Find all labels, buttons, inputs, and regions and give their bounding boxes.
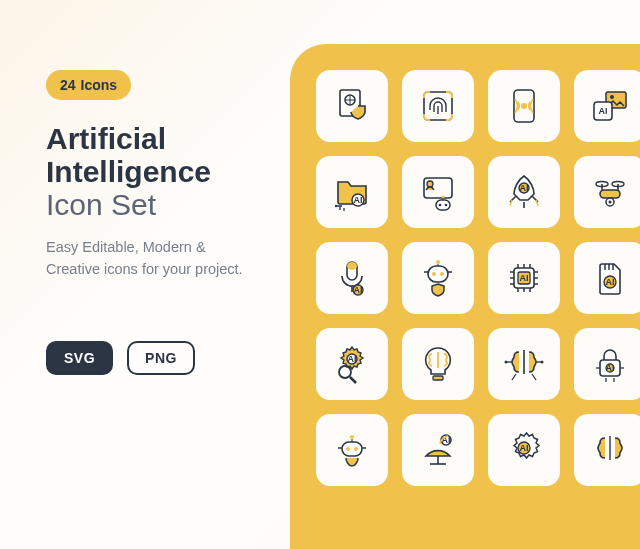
svg-text:AI: AI <box>520 443 529 453</box>
svg-rect-61 <box>433 376 443 380</box>
brain-connections-icon <box>488 328 560 400</box>
svg-point-16 <box>445 204 448 207</box>
svg-line-65 <box>532 374 536 380</box>
fingerprint-icon <box>402 70 474 142</box>
ai-gear-icon: AI <box>488 414 560 486</box>
format-png: PNG <box>127 341 195 375</box>
ai-chip-icon: AI <box>488 242 560 314</box>
ai-rocket-icon: AI <box>488 156 560 228</box>
svg-point-15 <box>439 204 442 207</box>
format-badges: SVG PNG <box>46 341 262 375</box>
svg-text:AI: AI <box>348 354 357 364</box>
svg-point-6 <box>610 95 614 99</box>
badge-count: 24 <box>60 77 76 93</box>
robot-shield-icon <box>402 242 474 314</box>
svg-point-35 <box>436 260 440 264</box>
svg-text:AI: AI <box>354 195 363 205</box>
svg-point-11 <box>335 205 337 207</box>
badge-label: Icons <box>81 77 118 93</box>
svg-text:AI: AI <box>606 363 615 373</box>
svg-point-4 <box>521 103 527 109</box>
title-line1: Artificial <box>46 122 166 155</box>
info-panel: 24 Icons Artificial Intelligence Icon Se… <box>0 0 290 549</box>
ai-satellite-icon: AI <box>402 414 474 486</box>
svg-text:AI: AI <box>354 285 363 295</box>
svg-line-60 <box>350 377 356 383</box>
icon-showcase: AI AI AI AI AI AI AI AI AI AI <box>290 44 640 549</box>
svg-point-13 <box>427 181 433 187</box>
document-shield-icon <box>316 70 388 142</box>
chatbot-avatar-icon <box>402 156 474 228</box>
svg-text:AI: AI <box>599 106 608 116</box>
format-svg: SVG <box>46 341 113 375</box>
svg-point-34 <box>440 272 444 276</box>
ai-gear-search-icon: AI <box>316 328 388 400</box>
ai-microphone-icon: AI <box>316 242 388 314</box>
svg-point-59 <box>339 366 351 378</box>
svg-point-27 <box>609 201 612 204</box>
title-line3: Icon Set <box>46 188 156 221</box>
svg-point-77 <box>354 447 358 451</box>
wireless-phone-icon <box>488 70 560 142</box>
svg-point-67 <box>541 361 544 364</box>
robot-assistant-icon <box>316 414 388 486</box>
drone-icon <box>574 156 640 228</box>
svg-rect-29 <box>347 262 357 270</box>
count-badge: 24 Icons <box>46 70 131 100</box>
svg-point-76 <box>346 447 350 451</box>
svg-rect-14 <box>436 200 450 210</box>
ai-folder-icon: AI <box>316 156 388 228</box>
brain-bulb-icon <box>402 328 474 400</box>
svg-point-78 <box>350 435 354 439</box>
ai-sd-card-icon: AI <box>574 242 640 314</box>
title: Artificial Intelligence Icon Set <box>46 122 262 221</box>
icon-grid: AI AI AI AI AI AI AI AI AI AI <box>316 70 640 486</box>
svg-line-64 <box>512 374 516 380</box>
svg-rect-75 <box>342 442 362 456</box>
title-line2: Intelligence <box>46 155 211 188</box>
svg-text:AI: AI <box>606 277 615 287</box>
svg-text:AI: AI <box>520 183 529 193</box>
svg-point-66 <box>505 361 508 364</box>
brain-chip-icon <box>574 414 640 486</box>
ai-image-icon: AI <box>574 70 640 142</box>
description: Easy Editable, Modern & Creative icons f… <box>46 237 256 281</box>
svg-point-33 <box>432 272 436 276</box>
ai-lock-icon: AI <box>574 328 640 400</box>
svg-rect-32 <box>428 266 448 282</box>
svg-rect-25 <box>600 190 620 198</box>
svg-text:AI: AI <box>520 273 529 283</box>
